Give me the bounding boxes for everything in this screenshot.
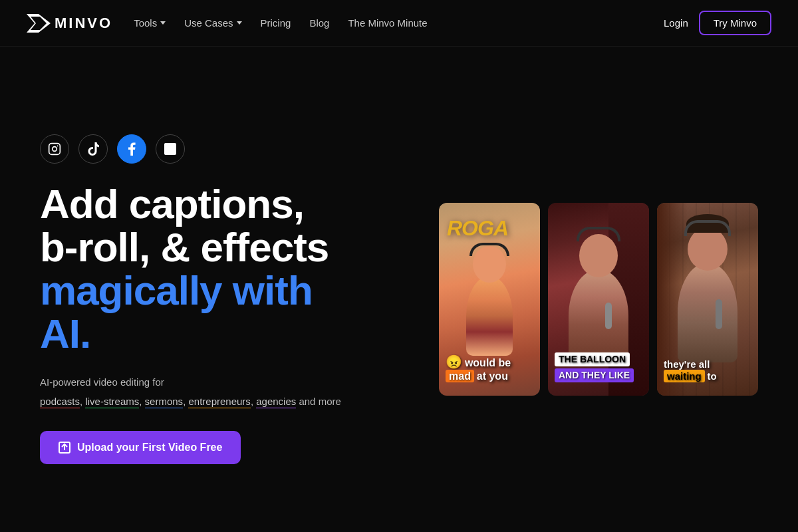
svg-point-2 — [57, 145, 59, 146]
logo-icon — [27, 14, 51, 33]
try-button[interactable]: Try Minvo — [699, 11, 771, 35]
logo[interactable]: MINVO — [27, 14, 112, 33]
chevron-down-icon — [160, 21, 166, 25]
use-cases-suffix: and more — [299, 396, 340, 407]
cta-label: Upload your First Video Free — [77, 442, 222, 454]
hero-headline: Add captions, b-roll, & effects magicall… — [40, 182, 386, 355]
linkedin-icon[interactable] — [156, 134, 185, 164]
video-thumb-1: ROGA 😠 would be mad at you — [439, 203, 540, 396]
headline-line3: magically with — [40, 269, 386, 312]
hero-subtext: AI-powered video editing for — [40, 375, 386, 390]
usecase-sermons[interactable]: sermons — [145, 396, 184, 408]
video-thumb-2: THE BALLOON AND THEY LIKE — [548, 203, 649, 396]
video-thumbnails: ROGA 😠 would be mad at you — [439, 200, 758, 399]
usecase-entrepreneurs[interactable]: entrepreneurs — [188, 396, 250, 408]
nav-right: Login Try Minvo — [664, 11, 771, 35]
headline-line2: b-roll, & effects — [40, 225, 386, 269]
video-caption-1: 😠 would be mad at you — [446, 354, 533, 382]
logo-text: MINVO — [55, 15, 112, 32]
hero-left: Add captions, b-roll, & effects magicall… — [40, 134, 386, 464]
upload-icon — [59, 442, 70, 454]
nav-item-tools[interactable]: Tools — [134, 17, 166, 29]
social-icons-row — [40, 134, 386, 164]
usecase-agencies[interactable]: agencies — [256, 396, 296, 408]
tiktok-icon[interactable] — [78, 134, 108, 164]
main-content: Add captions, b-roll, & effects magicall… — [0, 47, 798, 532]
svg-point-1 — [53, 146, 57, 151]
headline-line1: Add captions, — [40, 182, 386, 225]
login-button[interactable]: Login — [664, 17, 688, 29]
usecase-livestreams[interactable]: live-streams — [85, 396, 139, 408]
chevron-down-icon — [237, 21, 242, 25]
nav-item-blog[interactable]: Blog — [309, 17, 329, 29]
instagram-icon[interactable] — [40, 134, 69, 164]
hero-use-cases: podcasts, live-streams, sermons, entrepr… — [40, 393, 386, 410]
nav-item-usecases[interactable]: Use Cases — [184, 17, 241, 29]
nav-item-minvo-minute[interactable]: The Minvo Minute — [348, 17, 427, 29]
video-caption-2: THE BALLOON AND THEY LIKE — [555, 352, 642, 382]
navbar: MINVO Tools Use Cases Pricing Blog The M… — [0, 0, 798, 47]
headline-line4: AI. — [40, 312, 386, 355]
svg-rect-0 — [49, 143, 61, 154]
sign-text-roga: ROGA — [447, 216, 508, 241]
video-thumb-3: they're all waiting to — [657, 203, 758, 396]
video-caption-3: they're all waiting to — [664, 358, 751, 382]
usecase-podcasts[interactable]: podcasts — [40, 396, 80, 408]
nav-menu: Tools Use Cases Pricing Blog The Minvo M… — [134, 17, 428, 29]
cta-button[interactable]: Upload your First Video Free — [40, 431, 241, 464]
nav-item-pricing[interactable]: Pricing — [261, 17, 291, 29]
facebook-icon[interactable] — [117, 134, 146, 164]
